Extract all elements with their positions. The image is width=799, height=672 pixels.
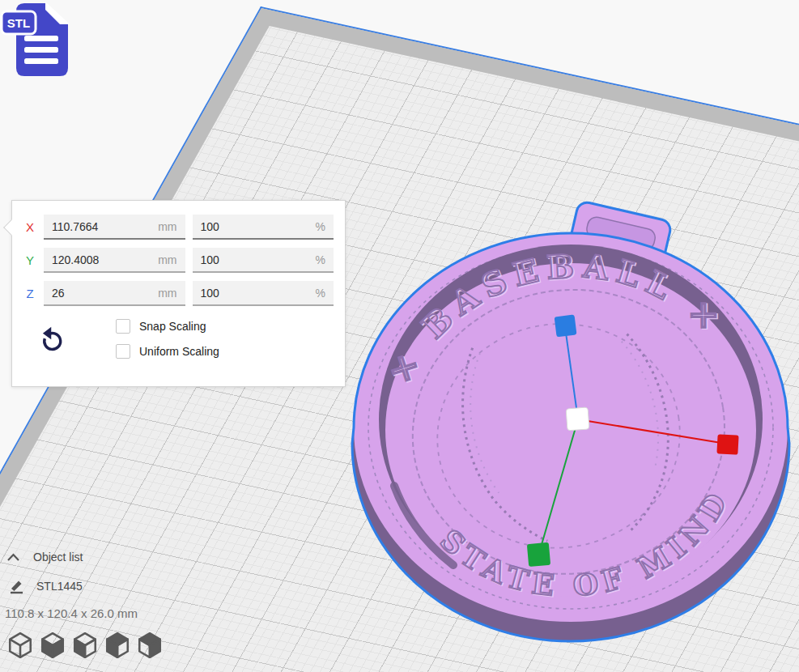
scale-handle-x[interactable] [716, 434, 738, 454]
scale-x-percent-input[interactable]: 100 % [193, 215, 334, 240]
scale-z-mm-unit: mm [158, 287, 176, 300]
view-left-icon [104, 631, 130, 658]
view-front-icon [40, 631, 66, 658]
scale-handle-y[interactable] [527, 542, 550, 567]
scale-y-percent-value: 100 [201, 253, 219, 266]
scale-x-percent-value: 100 [201, 220, 219, 233]
scale-x-mm-unit: mm [158, 220, 176, 233]
axis-label-y: Y [23, 253, 36, 267]
camera-view-toolbar [6, 631, 217, 660]
scale-x-mm-input[interactable]: 110.7664 mm [44, 215, 185, 240]
model-canvas: ✕ BASEBALL ✕ ✕ BASEBALL ✕ STATE OF MIND … [291, 185, 799, 672]
reset-rotate-icon [36, 324, 67, 356]
view-right-button[interactable] [136, 631, 163, 660]
view-left-button[interactable] [104, 631, 130, 660]
uniform-scaling-checkbox[interactable] [116, 344, 130, 359]
panel-pointer [3, 219, 19, 236]
snap-scaling-checkbox[interactable] [116, 319, 130, 334]
view-front-button[interactable] [39, 631, 66, 660]
selection-dimensions: 110.8 x 120.4 x 26.0 mm [5, 606, 217, 620]
axis-label-x: X [23, 220, 36, 234]
scale-y-mm-unit: mm [158, 253, 176, 266]
scale-x-mm-value: 110.7664 [52, 220, 98, 233]
scale-z-percent-unit: % [316, 287, 325, 300]
reset-scale-button[interactable] [23, 317, 80, 359]
object-list-panel: Object list STL1445 110.8 x 120.4 x 26.0… [6, 551, 217, 660]
stl-file-icon: STL [0, 0, 74, 81]
scale-z-percent-input[interactable]: 100 % [193, 281, 334, 306]
scale-handle-center[interactable] [566, 407, 589, 431]
scale-tool-panel: X 110.7664 mm 100 % Y 120.4008 mm 100 % … [11, 200, 346, 387]
scale-y-percent-input[interactable]: 100 % [193, 248, 334, 273]
object-name: STL1445 [36, 580, 83, 593]
uniform-scaling-label: Uniform Scaling [139, 345, 219, 358]
scale-z-mm-input[interactable]: 26 mm [44, 281, 185, 306]
view-3d-icon [7, 631, 33, 658]
object-list-item[interactable]: STL1445 [8, 577, 217, 594]
view-top-icon [72, 631, 98, 658]
scale-handle-z[interactable] [555, 315, 577, 338]
pencil-edit-icon [8, 577, 25, 594]
scale-x-percent-unit: % [316, 220, 325, 233]
view-top-button[interactable] [71, 631, 98, 660]
axis-label-z: Z [23, 287, 36, 300]
view-right-icon [137, 631, 163, 658]
viewport-3d[interactable]: ✕ BASEBALL ✕ ✕ BASEBALL ✕ STATE OF MIND … [0, 0, 799, 672]
scale-y-percent-unit: % [316, 253, 325, 266]
object-list-title: Object list [33, 551, 83, 564]
chevron-up-icon [6, 553, 20, 562]
scale-z-mm-value: 26 [52, 287, 65, 300]
stl-badge-label: STL [7, 16, 30, 30]
object-list-header[interactable]: Object list [6, 551, 217, 564]
scale-y-mm-input[interactable]: 120.4008 mm [44, 248, 185, 273]
scale-y-mm-value: 120.4008 [52, 253, 99, 266]
snap-scaling-label: Snap Scaling [139, 320, 206, 333]
scale-z-percent-value: 100 [201, 287, 219, 300]
view-3d-button[interactable] [6, 631, 33, 660]
